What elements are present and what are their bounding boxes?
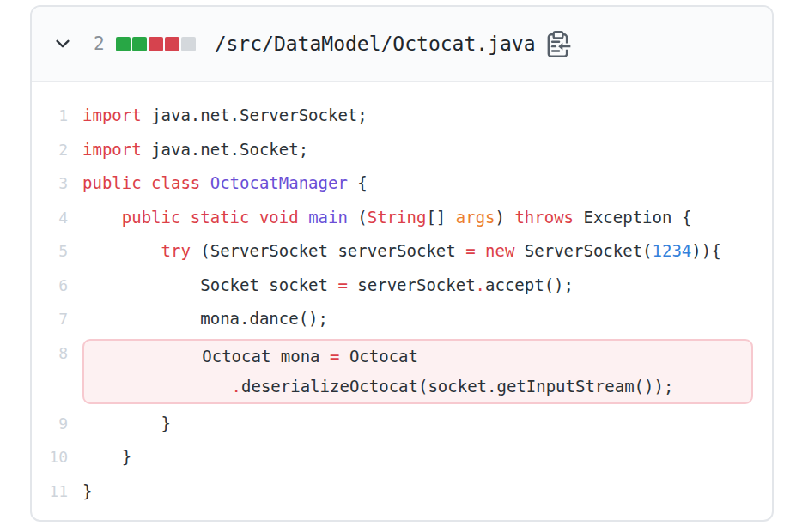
line-body: public class OctocatManager {: [82, 166, 753, 201]
code-line: 3public class OctocatManager {: [32, 166, 772, 201]
code-line: 5 try (ServerSocket serverSocket = new S…: [32, 234, 772, 269]
code-line: 8 Octocat mona = Octocat .deserializeOct…: [32, 336, 772, 407]
line-number[interactable]: 10: [32, 440, 68, 475]
line-body: Socket socket = serverSocket.accept();: [82, 269, 753, 303]
chevron-down-icon: [53, 34, 72, 53]
diff-block-added: [116, 37, 131, 51]
line-number[interactable]: 8: [32, 336, 68, 407]
line-body: }: [82, 407, 753, 441]
collapse-file-button[interactable]: [52, 33, 73, 54]
copy-path-button[interactable]: [544, 30, 572, 59]
line-number[interactable]: 7: [32, 302, 68, 336]
line-body: try (ServerSocket serverSocket = new Ser…: [82, 234, 753, 269]
file-path: /src/DataModel/Octocat.java: [215, 33, 536, 55]
code-line: 1import java.net.ServerSocket;: [32, 99, 772, 133]
line-number[interactable]: 11: [32, 475, 68, 509]
line-number[interactable]: 9: [32, 407, 68, 441]
code-text: }: [82, 440, 753, 475]
line-body: public static void main (String[] args) …: [82, 201, 753, 235]
diffstat-blocks: [116, 37, 196, 51]
line-number[interactable]: 1: [32, 99, 68, 133]
code-viewer: 1import java.net.ServerSocket;2import ja…: [32, 82, 772, 520]
diff-block-deleted: [149, 37, 163, 51]
line-number[interactable]: 5: [32, 234, 68, 269]
code-line: 9 }: [32, 407, 772, 441]
code-line: 4 public static void main (String[] args…: [32, 201, 772, 235]
code-text: }: [82, 407, 753, 441]
code-line: 6 Socket socket = serverSocket.accept();: [32, 269, 772, 303]
clipboard-paste-icon: [545, 30, 571, 59]
code-line: 11}: [32, 475, 772, 509]
code-line: 7 mona.dance();: [32, 302, 772, 336]
code-text: public class OctocatManager {: [82, 166, 753, 201]
line-body: }: [82, 440, 753, 475]
line-number[interactable]: 6: [32, 269, 68, 303]
line-body: mona.dance();: [82, 302, 753, 336]
code-text: .deserializeOctocat(socket.getInputStrea…: [84, 372, 751, 402]
line-body: import java.net.Socket;: [82, 133, 753, 167]
code-text: import java.net.ServerSocket;: [82, 99, 753, 133]
code-text: import java.net.Socket;: [82, 133, 753, 167]
code-text: mona.dance();: [82, 302, 753, 336]
file-header: 2 /src/DataModel/Octocat.java: [32, 7, 772, 82]
line-body: }: [82, 475, 753, 509]
code-text: public static void main (String[] args) …: [82, 201, 753, 235]
line-number[interactable]: 2: [32, 133, 68, 167]
code-line: 10 }: [32, 440, 772, 475]
file-diff-card: 2 /src/DataModel/Octocat.java 1import ja…: [30, 5, 774, 522]
diff-block-deleted: [165, 37, 179, 51]
code-line: 2import java.net.Socket;: [32, 133, 772, 167]
code-text: try (ServerSocket serverSocket = new Ser…: [82, 234, 753, 269]
diff-block-neutral: [181, 37, 196, 51]
line-body: import java.net.ServerSocket;: [82, 99, 753, 133]
code-text: }: [82, 475, 753, 509]
alert-highlight-box: Octocat mona = Octocat .deserializeOctoc…: [82, 339, 753, 404]
code-text: Octocat mona = Octocat: [84, 342, 751, 372]
changes-count: 2: [94, 33, 105, 54]
code-text: Socket socket = serverSocket.accept();: [82, 269, 753, 303]
line-number[interactable]: 3: [32, 166, 68, 201]
line-number[interactable]: 4: [32, 201, 68, 235]
diff-block-added: [132, 37, 147, 51]
